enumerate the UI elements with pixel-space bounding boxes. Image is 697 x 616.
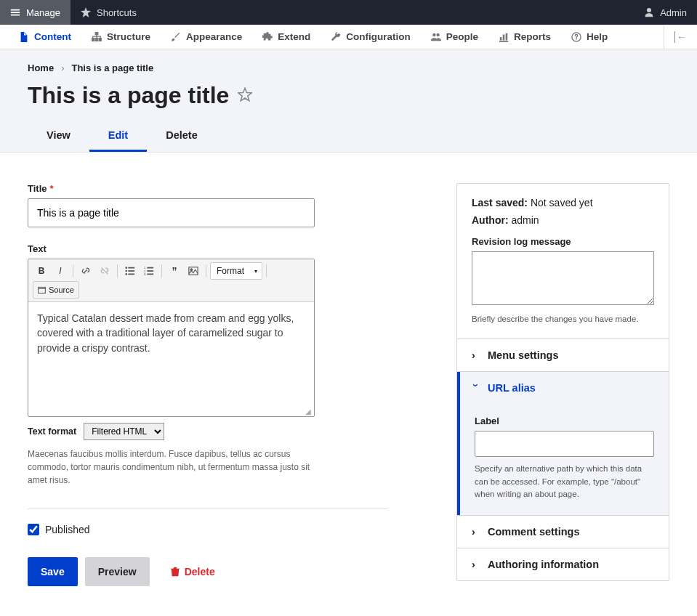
chevron-down-icon: ▾ <box>254 268 257 275</box>
format-dropdown[interactable]: Format▾ <box>210 262 262 280</box>
delete-link[interactable]: Delete <box>170 566 215 578</box>
svg-rect-14 <box>147 270 153 272</box>
resize-handle[interactable]: ◢ <box>28 408 314 416</box>
source-button[interactable]: Source <box>33 281 79 299</box>
svg-point-5 <box>125 267 127 269</box>
chevron-right-icon: › <box>61 62 64 73</box>
chevron-right-icon: › <box>472 526 480 538</box>
text-format-label: Text format <box>28 426 76 437</box>
bold-button[interactable]: B <box>33 262 50 280</box>
page-header: Home › This is a page title This is a pa… <box>0 49 697 153</box>
arrow-left-icon: ← <box>674 31 687 43</box>
trash-icon <box>170 567 180 577</box>
svg-point-9 <box>125 273 127 275</box>
admin-appearance-link[interactable]: Appearance <box>161 25 252 49</box>
unlink-button[interactable] <box>96 262 113 280</box>
people-icon <box>431 32 441 42</box>
tab-edit[interactable]: Edit <box>89 122 147 152</box>
page-title: This is a page title <box>28 82 229 109</box>
admin-structure-link[interactable]: Structure <box>81 25 161 49</box>
text-label: Text <box>28 243 413 254</box>
svg-point-18 <box>190 269 193 271</box>
manage-toggle[interactable]: Manage <box>0 0 70 25</box>
accordion-header-url-alias[interactable]: › URL alias <box>457 372 669 404</box>
title-label: Title* <box>28 183 413 194</box>
chevron-right-icon: › <box>470 384 482 392</box>
save-button[interactable]: Save <box>28 557 78 586</box>
accordion-url-alias: › URL alias Label Specify an alternative… <box>457 371 669 515</box>
image-button[interactable] <box>185 262 202 280</box>
svg-text:3: 3 <box>144 272 146 276</box>
revision-log-description: Briefly describe the changes you have ma… <box>472 313 654 325</box>
tab-view[interactable]: View <box>28 122 89 152</box>
svg-rect-0 <box>95 32 98 35</box>
italic-button[interactable]: I <box>52 262 69 280</box>
admin-extend-link[interactable]: Extend <box>252 25 321 49</box>
admin-reports-link[interactable]: Reports <box>488 25 561 49</box>
brush-icon <box>171 32 181 42</box>
sidebar-meta: Last saved: Not saved yet Author: admin … <box>457 184 669 339</box>
revision-log-textarea[interactable] <box>472 251 654 305</box>
hamburger-icon <box>10 7 20 17</box>
local-tabs: View Edit Delete <box>28 122 669 152</box>
wrench-icon <box>331 32 341 42</box>
svg-rect-12 <box>147 267 153 269</box>
toolbar-collapse-button[interactable]: ← <box>664 25 697 49</box>
breadcrumb: Home › This is a page title <box>28 62 669 73</box>
title-input[interactable] <box>28 198 315 227</box>
admin-people-link[interactable]: People <box>421 25 488 49</box>
svg-rect-2 <box>95 38 98 41</box>
accordion-authoring-info: › Authoring information <box>457 548 669 580</box>
url-alias-input[interactable] <box>475 431 654 457</box>
url-alias-label: Label <box>475 416 654 426</box>
svg-rect-10 <box>128 274 134 275</box>
svg-point-7 <box>125 270 127 272</box>
accordion-menu-settings: › Menu settings <box>457 339 669 371</box>
admin-help-link[interactable]: Help <box>561 25 618 49</box>
admin-menu-bar: Content Structure Appearance Extend Conf… <box>0 25 697 49</box>
numbered-list-button[interactable]: 123 <box>140 262 158 280</box>
last-saved-value: Not saved yet <box>531 197 593 208</box>
editor-toolbar: B I 123 ” Format▾ <box>28 259 314 302</box>
structure-icon <box>92 32 102 42</box>
preview-button[interactable]: Preview <box>85 557 150 586</box>
text-format-description: Maecenas faucibus mollis interdum. Fusce… <box>28 447 318 487</box>
star-icon <box>81 7 91 17</box>
svg-rect-19 <box>39 287 46 293</box>
blockquote-button[interactable]: ” <box>166 262 183 280</box>
star-outline-icon[interactable] <box>238 87 252 104</box>
admin-configuration-link[interactable]: Configuration <box>321 25 420 49</box>
editor-textarea[interactable]: Typical Catalan dessert made from cream … <box>28 302 314 408</box>
chart-icon <box>499 32 509 42</box>
accordion-comment-settings: › Comment settings <box>457 515 669 548</box>
accordion-header-authoring[interactable]: › Authoring information <box>457 548 669 580</box>
admin-user-label: Admin <box>660 7 687 18</box>
manage-label: Manage <box>26 7 60 18</box>
main-form-column: Title* Text B I 123 ” <box>28 183 413 586</box>
svg-rect-8 <box>128 270 134 272</box>
last-saved-label: Last saved: <box>472 197 528 208</box>
file-icon <box>19 32 29 42</box>
svg-rect-1 <box>92 38 94 41</box>
published-label[interactable]: Published <box>45 524 90 535</box>
tab-delete[interactable]: Delete <box>147 122 217 152</box>
top-toolbar: Manage Shortcuts Admin <box>0 0 697 25</box>
author-value: admin <box>511 214 539 226</box>
link-button[interactable] <box>77 262 94 280</box>
form-actions: Save Preview Delete <box>28 557 413 586</box>
wysiwyg-editor: B I 123 ” Format▾ <box>28 259 315 417</box>
accordion-header-comment[interactable]: › Comment settings <box>457 516 669 548</box>
shortcuts-link[interactable]: Shortcuts <box>70 0 147 25</box>
accordion-header-menu[interactable]: › Menu settings <box>457 339 669 371</box>
breadcrumb-home[interactable]: Home <box>28 62 54 73</box>
breadcrumb-current: This is a page title <box>71 62 153 73</box>
bullet-list-button[interactable] <box>121 262 139 280</box>
text-format-select[interactable]: Filtered HTML <box>84 423 164 440</box>
user-icon <box>644 7 654 17</box>
help-icon <box>571 32 581 42</box>
published-checkbox[interactable] <box>28 524 39 535</box>
source-icon <box>38 286 46 294</box>
admin-content-link[interactable]: Content <box>9 25 81 49</box>
sidebar-column: Last saved: Not saved yet Author: admin … <box>456 183 669 581</box>
admin-user-link[interactable]: Admin <box>634 0 697 25</box>
